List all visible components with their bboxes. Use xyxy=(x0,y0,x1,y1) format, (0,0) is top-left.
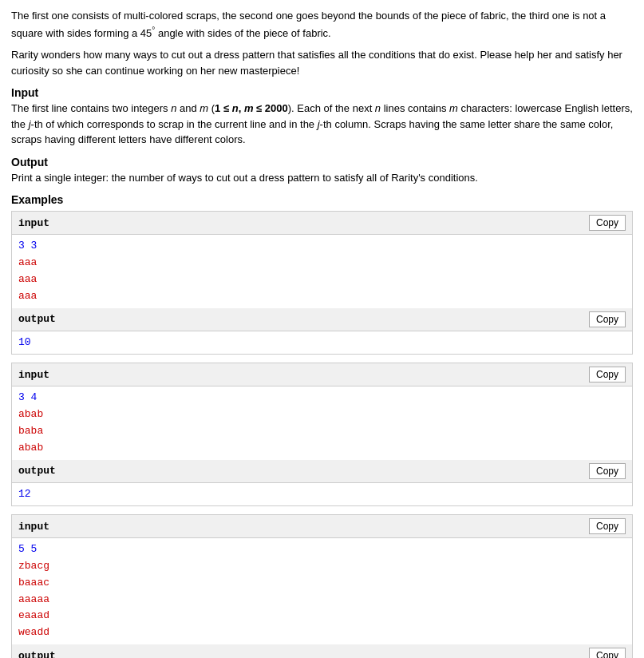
example-1-output-line-1: 10 xyxy=(18,335,626,351)
input-section-body: The first line contains two integers n a… xyxy=(11,101,633,148)
example-1-input-line-3: aaa xyxy=(18,272,626,288)
input-section-title: Input xyxy=(11,86,633,99)
example-2-output-content: 12 xyxy=(12,483,632,506)
example-3-input-line-4: aaaaa xyxy=(18,592,626,608)
example-2-input-header: input Copy xyxy=(12,363,632,386)
example-3-input-header: input Copy xyxy=(12,515,632,538)
example-2-input-content: 3 4 abab baba abab xyxy=(12,386,632,459)
example-1-input-header: input Copy xyxy=(12,212,632,235)
example-2-input-copy-button[interactable]: Copy xyxy=(589,367,626,383)
example-1-input-line-1: 3 3 xyxy=(18,238,626,255)
example-2-output-line-1: 12 xyxy=(18,486,626,503)
example-2: input Copy 3 4 abab baba abab output Cop… xyxy=(11,363,633,506)
example-1-output-header: output Copy xyxy=(12,308,632,331)
example-1-input-copy-button[interactable]: Copy xyxy=(589,215,626,231)
example-2-output-copy-button[interactable]: Copy xyxy=(589,463,626,479)
example-3-output-header: output Copy xyxy=(12,644,632,658)
example-2-output-header: output Copy xyxy=(12,460,632,483)
example-2-input-line-4: abab xyxy=(18,440,626,457)
example-3-input-line-2: zbacg xyxy=(18,558,626,575)
example-1-input-content: 3 3 aaa aaa aaa xyxy=(12,235,632,307)
example-1-input-label: input xyxy=(18,217,49,229)
example-2-input-line-2: abab xyxy=(18,406,626,423)
intro-para1: The first one consists of multi-colored … xyxy=(11,8,633,41)
example-3: input Copy 5 5 zbacg baaac aaaaa eaaad w… xyxy=(11,514,633,658)
example-1-input-line-2: aaa xyxy=(18,255,626,272)
example-3-input-line-1: 5 5 xyxy=(18,541,626,558)
example-2-input-label: input xyxy=(18,369,49,381)
example-3-input-line-5: eaaad xyxy=(18,608,626,624)
example-3-input-line-3: baaac xyxy=(18,575,626,592)
example-3-input-line-6: weadd xyxy=(18,624,626,641)
example-3-output-label: output xyxy=(18,650,56,658)
example-2-output-label: output xyxy=(18,465,56,477)
example-3-input-content: 5 5 zbacg baaac aaaaa eaaad weadd xyxy=(12,538,632,644)
intro-para2: Rarity wonders how many ways to cut out … xyxy=(11,47,633,78)
example-1-output-copy-button[interactable]: Copy xyxy=(589,311,626,327)
example-1-input-line-4: aaa xyxy=(18,288,626,305)
output-section-title: Output xyxy=(11,156,633,168)
example-1: input Copy 3 3 aaa aaa aaa output Copy 1… xyxy=(11,211,633,355)
example-2-input-line-3: baba xyxy=(18,423,626,440)
example-3-output-copy-button[interactable]: Copy xyxy=(589,648,626,658)
example-3-input-copy-button[interactable]: Copy xyxy=(589,518,626,534)
output-section-body: Print a single integer: the number of wa… xyxy=(11,170,633,186)
example-3-input-label: input xyxy=(18,521,49,533)
example-2-input-line-1: 3 4 xyxy=(18,390,626,406)
example-1-output-label: output xyxy=(18,313,56,325)
examples-title: Examples xyxy=(11,193,633,206)
example-1-output-content: 10 xyxy=(12,331,632,355)
